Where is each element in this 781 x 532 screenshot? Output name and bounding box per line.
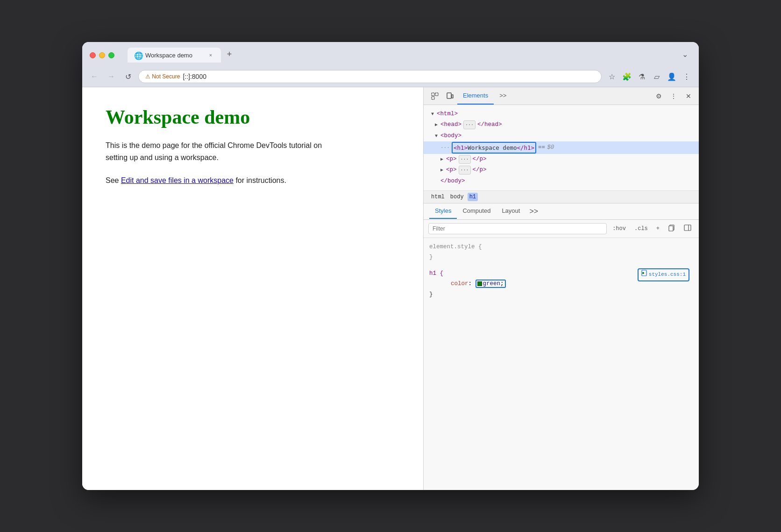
more-tabs-button[interactable]: >> [494,87,512,105]
expand-icon[interactable]: ▶ [435,121,438,129]
for-instructions-label: for instructions. [235,176,286,184]
tab-close-button[interactable]: × [207,51,214,59]
svg-point-10 [642,272,644,274]
add-style-button[interactable]: + [653,224,662,233]
page-heading: Workspace demo [106,106,400,128]
svg-rect-6 [669,226,673,231]
nav-actions: ☆ 🧩 ⚗ ▱ 👤 ⋮ [605,70,693,83]
dom-close-tag: </h1> [517,144,534,151]
settings-icon[interactable]: ⚙ [652,90,665,103]
bookmark-button[interactable]: ☆ [605,70,618,83]
dom-body-close[interactable]: </body> [424,176,699,187]
dom-three-dots: ··· [440,143,450,152]
svg-rect-7 [684,225,691,231]
page-content: Workspace demo This is the demo page for… [82,87,423,490]
dom-tag: <p> [446,154,457,164]
cls-button[interactable]: .cls [632,224,651,233]
tab-dropdown-button[interactable]: ⌄ [678,48,691,61]
more-styles-tabs[interactable]: >> [525,203,542,219]
breadcrumb-h1[interactable]: h1 [468,193,478,201]
dom-dollar: $0 [547,143,554,153]
ellipsis-button[interactable]: ··· [459,166,471,175]
dom-body-element[interactable]: ▼ <body> [424,131,699,141]
breadcrumb-html[interactable]: html [429,193,447,201]
computed-tab[interactable]: Computed [457,203,496,219]
styles-content: element.style { } h1 { color: green; [424,238,699,309]
extensions-button[interactable]: 🧩 [620,70,633,83]
lab-button[interactable]: ⚗ [635,70,648,83]
dom-tag: </p> [473,154,487,164]
devtools-tab-actions: ⚙ ⋮ ✕ [652,90,695,103]
dom-p2-element[interactable]: ▶ <p> ··· </p> [424,165,699,175]
dom-text-content: Workspace demo [468,144,517,151]
reload-button[interactable]: ↺ [121,70,135,83]
svg-rect-4 [452,95,453,98]
back-button[interactable]: ← [88,70,101,83]
h1-style-rule: h1 { color: green; } [429,268,693,300]
copy-style-button[interactable] [665,223,678,235]
inspect-element-icon[interactable] [427,88,442,105]
browser-window: 🌐 Workspace demo × + ⌄ ← → ↺ ⚠ Not Secur… [82,42,699,490]
dom-equals: == [538,143,545,153]
maximize-button[interactable] [108,52,114,58]
element-style-closing: } [429,252,693,263]
dom-p1-element[interactable]: ▶ <p> ··· </p> [424,154,699,165]
new-tab-button[interactable]: + [223,48,236,61]
toggle-sidebar-button[interactable] [681,223,694,235]
semicolon: ; [500,280,504,287]
expand-icon[interactable]: ▶ [440,155,443,163]
breadcrumbs: html body h1 [424,191,699,203]
expand-icon[interactable]: ▶ [440,166,443,174]
ellipsis-button[interactable]: ··· [459,155,471,164]
breadcrumb-body[interactable]: body [448,193,466,201]
title-bar: 🌐 Workspace demo × + ⌄ [82,42,699,67]
close-button[interactable] [90,52,96,58]
elements-tab[interactable]: Elements [457,87,494,105]
close-devtools-button[interactable]: ✕ [682,90,695,103]
main-content: Workspace demo This is the demo page for… [82,87,699,490]
forward-button[interactable]: → [105,70,118,83]
browser-tab[interactable]: 🌐 Workspace demo × [128,48,221,63]
source-filename: styles.css:1 [649,270,686,280]
nav-bar: ← → ↺ ⚠ Not Secure [::]:8000 ☆ 🧩 ⚗ ▱ 👤 ⋮ [82,67,699,87]
h1-closing-line: } [429,289,693,300]
workspace-link[interactable]: Edit and save files in a workspace [121,176,234,184]
hov-button[interactable]: :hov [610,224,629,233]
more-options-icon[interactable]: ⋮ [667,90,680,103]
devtools-panel: Elements >> ⚙ ⋮ ✕ ▼ <html> ▶ <head> [423,87,699,490]
dom-tree: ▼ <html> ▶ <head> ··· </head> ▼ <body> [424,105,699,191]
expand-icon[interactable]: ▼ [435,132,438,140]
color-property[interactable]: color [443,280,469,287]
profile-button[interactable]: 👤 [665,70,678,83]
element-style-selector: element.style { [429,242,693,252]
device-toggle-icon[interactable] [442,88,457,105]
svg-rect-2 [432,97,434,99]
styles-tab[interactable]: Styles [429,203,457,219]
styles-source-link[interactable]: styles.css:1 [638,268,689,281]
see-label: See [106,176,119,184]
dom-tag: </p> [473,165,487,175]
file-icon [641,270,647,280]
ellipsis-button[interactable]: ··· [463,120,476,129]
svg-rect-1 [435,93,438,96]
split-button[interactable]: ▱ [650,70,663,83]
element-style-text: element.style { [429,244,482,250]
styles-filter-bar: :hov .cls + [424,220,699,238]
dom-html-element[interactable]: ▼ <html> [424,109,699,119]
address-bar[interactable]: ⚠ Not Secure [::]:8000 [138,70,602,83]
tab-favicon-icon: 🌐 [134,51,142,59]
color-swatch[interactable] [477,281,482,286]
traffic-lights [90,52,114,58]
dom-head-element[interactable]: ▶ <head> ··· </head> [424,119,699,130]
expand-icon[interactable]: ▼ [431,110,434,118]
minimize-button[interactable] [99,52,105,58]
layout-tab[interactable]: Layout [496,203,525,219]
tab-title: Workspace demo [145,52,203,59]
dom-h1-element[interactable]: ··· <h1>Workspace demo</h1> == $0 [424,141,699,154]
color-value-highlight: green; [476,280,506,288]
more-button[interactable]: ⋮ [680,70,693,83]
security-warning: ⚠ Not Secure [145,73,180,80]
dom-tag: <p> [446,165,457,175]
colon: : [469,280,476,287]
styles-filter-input[interactable] [428,223,607,234]
